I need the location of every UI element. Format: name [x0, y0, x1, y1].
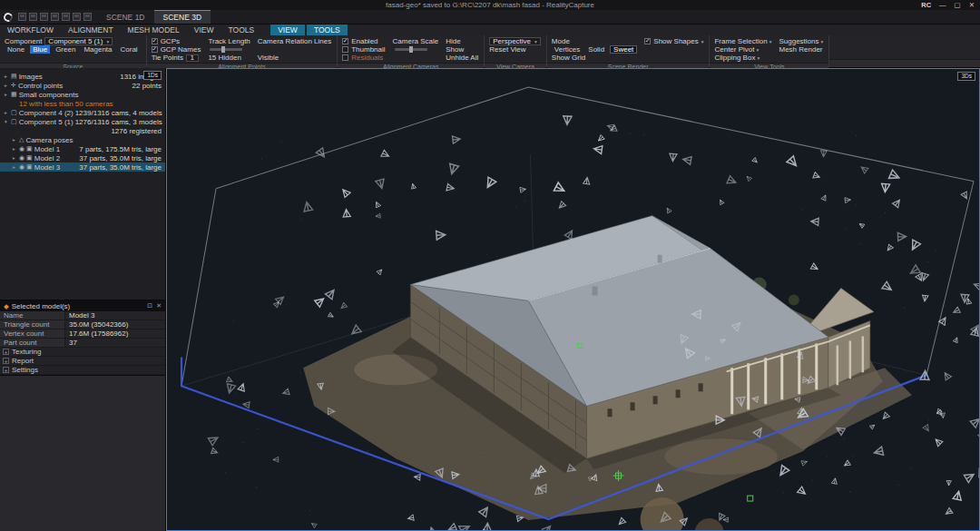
property-value: 35.0M (35042366): [65, 320, 128, 329]
mesh-render-button[interactable]: Mesh Render: [779, 45, 822, 54]
layout-rows-icon[interactable]: [62, 13, 70, 21]
tree-row-12-with-less-than-50-cameras[interactable]: 12 with less than 50 cameras: [0, 99, 165, 108]
component-select[interactable]: Component 5 (1) ▾: [44, 37, 113, 45]
tree-expander-icon[interactable]: ▸: [3, 92, 9, 97]
color-button-green[interactable]: Green: [53, 45, 78, 54]
eye-icon[interactable]: ◉: [19, 163, 24, 171]
model-warning-icon: ◆: [4, 302, 9, 310]
projection-select[interactable]: Perspective ▾: [489, 37, 541, 45]
expand-icon[interactable]: +: [3, 367, 9, 373]
layout-custom-icon[interactable]: [83, 13, 92, 21]
layout-split-icon[interactable]: [29, 13, 37, 21]
hide-button[interactable]: Hide: [446, 37, 460, 45]
tree-expander-icon[interactable]: ▸: [11, 164, 17, 170]
maximize-button[interactable]: ▢: [955, 1, 961, 9]
close-panel-icon[interactable]: ✕: [156, 302, 162, 310]
menu-item-workflow[interactable]: WORKFLOW: [0, 25, 61, 35]
tree-row-model-1[interactable]: ▸◉▣Model 17 parts, 175.5M tris, large: [0, 144, 165, 153]
viewport-3d-scene[interactable]: [167, 69, 979, 530]
tree-row-model-3[interactable]: ▸◉▣Model 337 parts, 35.0M tris, large: [0, 162, 165, 172]
hidden-button[interactable]: 15 Hidden: [208, 54, 240, 62]
thumbnail-checkbox[interactable]: [342, 46, 348, 53]
tie-points-value[interactable]: 1: [186, 54, 199, 62]
menu-item-tools[interactable]: TOOLS: [220, 25, 261, 35]
slider-thumb[interactable]: [409, 46, 413, 53]
tree-row-component-4-2[interactable]: ▸▢Component 4 (2)1239/1316 cams, 4 model…: [0, 108, 165, 117]
tree-expander-icon[interactable]: ▸: [11, 146, 17, 152]
tree-row-model-2[interactable]: ▸◉▣Model 237 parts, 35.0M tris, large: [0, 153, 165, 162]
menu-item-view[interactable]: VIEW: [187, 25, 221, 35]
contextual-tab-tools[interactable]: TOOLS: [307, 25, 348, 35]
menu-item-mesh-model[interactable]: MESH MODEL: [121, 25, 187, 35]
expand-icon[interactable]: +: [3, 349, 9, 355]
color-button-none[interactable]: None: [5, 45, 27, 54]
property-row-triangle-count: Triangle count35.0M (35042366): [0, 320, 165, 329]
camera-scale-slider[interactable]: [395, 48, 427, 51]
viewport-panel-chip[interactable]: 3Ds: [957, 72, 975, 81]
render-mode-solid[interactable]: Solid: [585, 45, 607, 54]
camera-relation-lines-label[interactable]: Camera Relation Lines: [258, 37, 331, 45]
show-button[interactable]: Show: [446, 45, 464, 54]
tree-expander-icon[interactable]: ▸: [3, 110, 9, 115]
menu-item-alignment[interactable]: ALIGNMENT: [61, 25, 121, 35]
enabled-checkbox[interactable]: ✓: [342, 38, 348, 44]
tree-expander-icon[interactable]: ▾: [3, 119, 9, 124]
eye-icon[interactable]: ◉: [19, 145, 24, 152]
property-label: Name: [0, 311, 65, 320]
ribbon-spacer: [829, 35, 980, 67]
property-section-report[interactable]: +Report: [0, 357, 165, 366]
tree-expander-icon[interactable]: ▸: [3, 74, 9, 79]
render-mode-sweet[interactable]: Sweet: [610, 45, 637, 54]
eye-icon[interactable]: ◉: [19, 154, 24, 162]
tree-row-images[interactable]: ▸▤Images1316 images: [0, 72, 165, 81]
slider-thumb[interactable]: [221, 46, 225, 53]
track-length-slider[interactable]: [210, 48, 242, 51]
gcps-checkbox[interactable]: ✓: [152, 38, 158, 44]
model-icon: ▣: [26, 145, 33, 152]
render-mode-vertices[interactable]: Vertices: [552, 45, 583, 54]
residuals-checkbox[interactable]: [342, 54, 348, 61]
layout-grid-icon[interactable]: [40, 13, 48, 21]
tree-row-control-points[interactable]: ▸✛Control points22 points: [0, 81, 165, 90]
tree-row-1276-registered[interactable]: 1276 registered: [0, 126, 165, 135]
selected-model-header[interactable]: ◆ Selected model(s) ⊡ ✕: [0, 300, 165, 311]
components-icon: ▦: [11, 91, 17, 98]
suggestions-button[interactable]: Suggestions▾: [779, 37, 823, 45]
tree-expander-icon[interactable]: ▸: [11, 137, 17, 143]
center-pivot-button[interactable]: Center Pivot▾: [714, 45, 759, 54]
layout-quad-icon[interactable]: [73, 13, 81, 21]
scene-tab-scene-3d[interactable]: SCENE 3D: [154, 10, 211, 24]
minimize-button[interactable]: —: [939, 1, 946, 9]
tree-expander-icon[interactable]: ▸: [3, 83, 9, 88]
chevron-down-icon[interactable]: ▾: [701, 39, 704, 44]
gcp-names-checkbox[interactable]: ✓: [152, 46, 158, 53]
tree-row-small-components[interactable]: ▸▦Small components: [0, 90, 165, 99]
color-button-magenta[interactable]: Magenta: [81, 45, 114, 54]
visible-button[interactable]: Visible: [258, 54, 279, 62]
layout-columns-icon[interactable]: [51, 13, 59, 21]
tree-row-camera-poses[interactable]: ▸△Camera poses: [0, 135, 165, 144]
tree-item-value: 37 parts, 35.0M tris, large: [79, 154, 165, 162]
color-button-blue[interactable]: Blue: [30, 45, 50, 54]
close-button[interactable]: ✕: [969, 1, 975, 9]
reset-view-button[interactable]: Reset View: [489, 45, 525, 54]
viewport-3d[interactable]: 3Ds: [166, 68, 980, 531]
scene-tab-scene-1d[interactable]: SCENE 1D: [97, 10, 154, 24]
frame-selection-button[interactable]: Frame Selection▾: [714, 37, 771, 45]
property-section-texturing[interactable]: +Texturing: [0, 348, 165, 357]
color-button-coral[interactable]: Coral: [118, 45, 141, 54]
contextual-tab-view[interactable]: VIEW: [270, 25, 305, 35]
clipping-box-button[interactable]: Clipping Box▾: [714, 54, 760, 62]
property-section-settings[interactable]: +Settings: [0, 366, 165, 375]
ribbon-group-source: Component Component 5 (1) ▾ NoneBlueGree…: [0, 35, 147, 67]
pin-icon[interactable]: ⊡: [147, 302, 152, 310]
expand-icon[interactable]: +: [3, 358, 9, 364]
show-shapes-checkbox[interactable]: ✓: [644, 38, 651, 44]
unhide-all-button[interactable]: Unhide All: [446, 54, 478, 62]
show-grid-button[interactable]: Show Grid: [552, 54, 585, 62]
layout-single-icon[interactable]: [18, 13, 26, 21]
tree-panel-chip[interactable]: 1Ds: [143, 71, 162, 80]
tree-item-value: 7 parts, 175.5M tris, large: [79, 145, 165, 153]
tree-row-component-5-1[interactable]: ▾▢Component 5 (1)1276/1316 cams, 3 model…: [0, 117, 165, 126]
tree-expander-icon[interactable]: ▸: [11, 155, 17, 161]
